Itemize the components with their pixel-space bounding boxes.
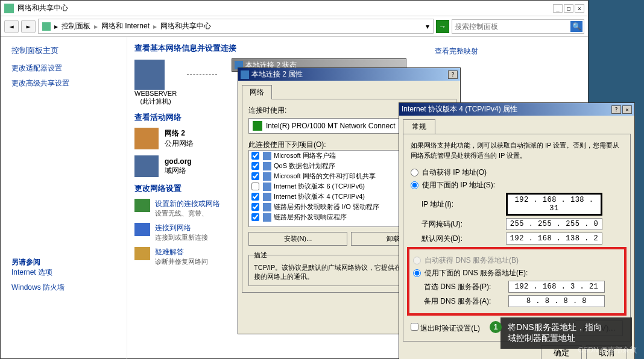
back-button[interactable]: ◄ bbox=[4, 20, 19, 33]
window-title: 网络和共享中心 bbox=[17, 3, 68, 13]
search-input[interactable] bbox=[453, 21, 570, 32]
address-bar: ◄ ► ▸ 控制面板▸ 网络和 Internet▸ 网络和共享中心 ▾ → 🔍 bbox=[1, 16, 588, 37]
protocol-icon bbox=[263, 203, 271, 211]
setup-connection-link[interactable]: 设置新的连接或网络 bbox=[155, 199, 220, 209]
see-also-heading: 另请参阅 bbox=[11, 257, 116, 267]
subnet-mask-input[interactable]: 255 . 255 . 255 . 0 bbox=[506, 218, 602, 230]
protocol-icon bbox=[263, 183, 271, 191]
park-bench-icon bbox=[134, 128, 159, 149]
connection-icon bbox=[241, 70, 249, 79]
left-nav: 控制面板主页 更改适配器设置 更改高级共享设置 另请参阅 Internet 选项… bbox=[1, 37, 127, 359]
tab-general[interactable]: 常规 bbox=[403, 119, 435, 134]
ip-titlebar[interactable]: Internet 协议版本 4 (TCP/IPv4) 属性 ?✕ bbox=[399, 103, 634, 116]
connect-network-icon bbox=[134, 223, 150, 236]
ip-explain-text: 如果网络支持此功能，则可以获取自动指派的 IP 设置。否则，您需要从网络系统管理… bbox=[411, 140, 623, 160]
main-titlebar: 网络和共享中心 _ □ ✕ bbox=[1, 1, 588, 16]
manual-ip-radio[interactable]: 使用下面的 IP 地址(S): bbox=[411, 180, 623, 190]
search-icon[interactable]: 🔍 bbox=[570, 21, 582, 32]
search-box: 🔍 bbox=[452, 19, 584, 34]
protocol-icon bbox=[263, 172, 271, 181]
protocol-icon bbox=[263, 152, 271, 160]
manual-dns-radio[interactable]: 使用下面的 DNS 服务器地址(E): bbox=[413, 268, 620, 278]
watermark: CSDN @南部余额 bbox=[578, 345, 637, 355]
annotation-number: 1 bbox=[490, 321, 502, 333]
forward-button[interactable]: ► bbox=[21, 20, 36, 33]
annotation-callout: 1 将DNS服务器地址，指向 域控制器配置地址 bbox=[500, 317, 632, 349]
breadcrumb[interactable]: ▸ 控制面板▸ 网络和 Internet▸ 网络和共享中心 ▾ bbox=[38, 19, 434, 34]
close-button[interactable]: ✕ bbox=[622, 105, 632, 114]
maximize-button[interactable]: □ bbox=[564, 4, 573, 13]
view-basic-heading: 查看基本网络信息并设置连接 bbox=[134, 43, 581, 54]
help-button[interactable]: ? bbox=[611, 105, 621, 114]
setup-connection-icon bbox=[134, 199, 150, 212]
protocol-icon bbox=[263, 162, 271, 170]
gateway-input[interactable]: 192 . 168 . 138 . 2 bbox=[506, 233, 602, 245]
minimize-button[interactable]: _ bbox=[553, 4, 563, 13]
adapter-name: Intel(R) PRO/1000 MT Network Connect bbox=[266, 122, 396, 130]
troubleshoot-icon bbox=[134, 247, 150, 260]
change-adapter-link[interactable]: 更改适配器设置 bbox=[11, 63, 116, 73]
change-advshare-link[interactable]: 更改高级共享设置 bbox=[11, 78, 116, 89]
auto-dns-radio: 自动获得 DNS 服务器地址(B) bbox=[413, 255, 620, 266]
cp-home-link[interactable]: 控制面板主页 bbox=[11, 45, 116, 56]
go-button[interactable]: → bbox=[436, 20, 449, 33]
internet-options-link[interactable]: Internet 选项 bbox=[11, 267, 116, 278]
preferred-dns-input[interactable]: 192 . 168 . 3 . 21 bbox=[508, 281, 605, 293]
auto-ip-radio[interactable]: 自动获得 IP 地址(O) bbox=[411, 167, 623, 178]
connect-network-link[interactable]: 连接到网络 bbox=[155, 223, 208, 233]
close-button[interactable]: ✕ bbox=[575, 4, 584, 13]
alternate-dns-input[interactable]: 8 . 8 . 8 . 8 bbox=[508, 295, 605, 307]
view-full-map-link[interactable]: 查看完整映射 bbox=[435, 46, 478, 57]
troubleshoot-link[interactable]: 疑难解答 bbox=[155, 247, 208, 257]
windows-firewall-link[interactable]: Windows 防火墙 bbox=[11, 283, 116, 293]
tab-network[interactable]: 网络 bbox=[242, 85, 272, 99]
props-titlebar[interactable]: 本地连接 2 属性 ? bbox=[238, 68, 460, 81]
nic-icon bbox=[253, 121, 262, 131]
ip-address-input[interactable]: 192 . 168 . 138 . 31 bbox=[506, 193, 602, 216]
connection-line bbox=[187, 74, 217, 75]
help-button[interactable]: ? bbox=[448, 70, 458, 79]
validate-checkbox[interactable]: 退出时验证设置(L) bbox=[411, 323, 480, 334]
computer-icon bbox=[134, 60, 165, 90]
dns-highlight-box: 自动获得 DNS 服务器地址(B) 使用下面的 DNS 服务器地址(E): 首选… bbox=[407, 247, 627, 316]
install-button[interactable]: 安装(N)... bbox=[248, 232, 347, 246]
protocol-icon bbox=[263, 193, 271, 201]
server-icon bbox=[134, 155, 159, 177]
protocol-icon bbox=[263, 213, 271, 222]
network-icon bbox=[4, 4, 14, 13]
